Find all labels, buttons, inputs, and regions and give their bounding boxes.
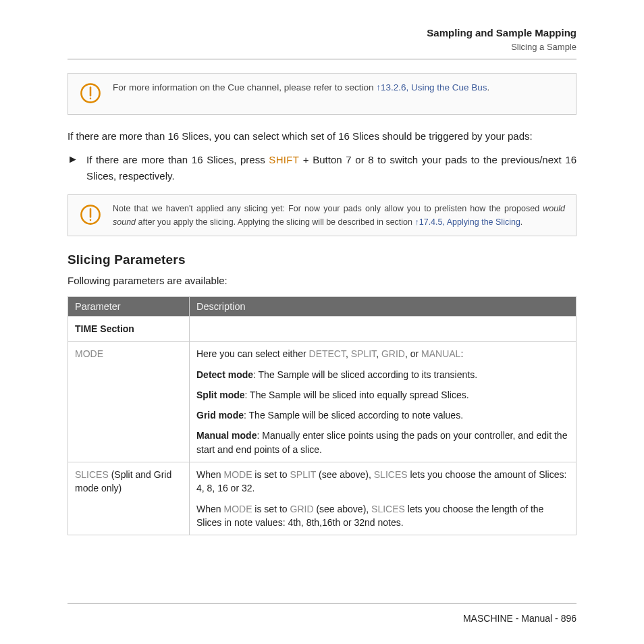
cell-mode-description: Here you can select either DETECT, SPLIT… (190, 342, 576, 462)
table-row: TIME Section (68, 317, 576, 342)
page-footer: MASCHINE - Manual - 896 (68, 603, 576, 624)
note-text: For more information on the Cue channel,… (113, 80, 489, 95)
paragraph-intro: If there are more than 16 Slices, you ca… (68, 128, 576, 144)
detect-mode: Detect mode: The Sample will be sliced a… (196, 368, 569, 381)
bullet-item: ► If there are more than 16 Slices, pres… (68, 152, 576, 184)
cell-mode-label: MODE (68, 342, 190, 462)
link-applying-slicing[interactable]: ↑17.4.5, Applying the Slicing (414, 217, 520, 227)
cell-empty (190, 317, 576, 342)
note-apply-slicing: Note that we haven't applied any slicing… (68, 194, 576, 236)
info-icon (79, 203, 102, 229)
cell-slices-description: When MODE is set to SPLIT (see above), S… (190, 462, 576, 535)
table-header-row: Parameter Description (68, 297, 576, 317)
parameters-table: Parameter Description TIME Section MODE … (68, 296, 576, 535)
subheading-slicing-parameters: Slicing Parameters (68, 252, 576, 267)
page-number: 896 (561, 613, 576, 624)
triangle-bullet-icon: ► (68, 152, 86, 184)
section-title: Slicing a Sample (68, 42, 576, 52)
slices-split-desc: When MODE is set to SPLIT (see above), S… (196, 468, 569, 495)
info-icon (79, 82, 102, 107)
chapter-title: Sampling and Sample Mapping (68, 27, 576, 38)
slices-grid-desc: When MODE is set to GRID (see above), SL… (196, 502, 569, 530)
note-text: Note that we haven't applied any slicing… (113, 202, 565, 229)
mode-intro: Here you can select either DETECT, SPLIT… (196, 347, 569, 360)
footer-product: MASCHINE - Manual - (463, 613, 561, 624)
grid-mode: Grid mode: The Sample will be sliced acc… (196, 408, 569, 422)
bullet-text: If there are more than 16 Slices, press … (86, 152, 576, 184)
col-parameter-header: Parameter (68, 297, 190, 317)
manual-mode: Manual mode: Manually enter slice points… (196, 429, 569, 456)
page-header: Sampling and Sample Mapping Slicing a Sa… (68, 27, 576, 59)
split-mode: Split mode: The Sample will be sliced in… (196, 388, 569, 402)
page: Sampling and Sample Mapping Slicing a Sa… (0, 0, 644, 644)
link-cue-bus[interactable]: ↑13.2.6, Using the Cue Bus (376, 82, 487, 92)
table-row: MODE Here you can select either DETECT, … (68, 342, 576, 462)
cell-slices-label: SLICES (Split and Grid mode only) (68, 462, 190, 535)
cell-time-section: TIME Section (68, 317, 190, 342)
table-row: SLICES (Split and Grid mode only) When M… (68, 462, 576, 535)
shift-key-label: SHIFT (269, 154, 299, 165)
note-cue-channel: For more information on the Cue channel,… (68, 73, 576, 115)
paragraph-following: Following parameters are available: (68, 273, 576, 288)
col-description-header: Description (190, 297, 576, 317)
